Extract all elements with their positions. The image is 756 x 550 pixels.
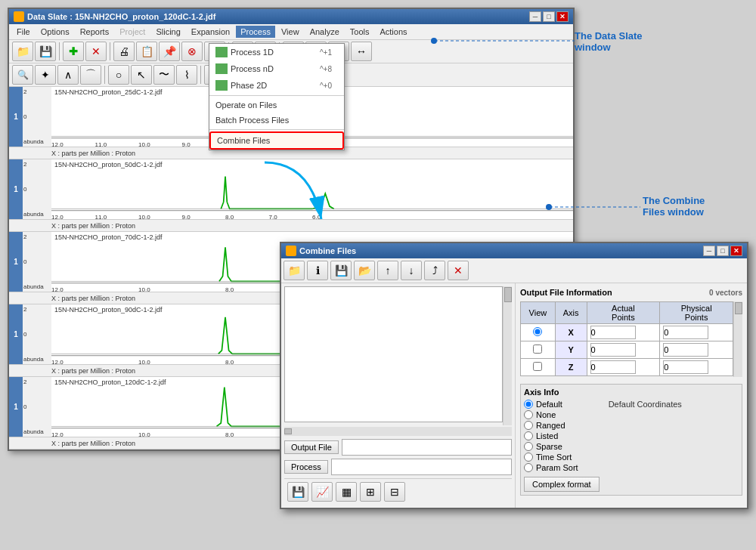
svg-text:9.0: 9.0 (182, 141, 191, 147)
process-1d-item[interactable]: Process 1D ^+1 (209, 44, 344, 60)
cf-delete-btn[interactable]: ✕ (448, 261, 469, 280)
combine-title: Combine Files (299, 246, 356, 255)
combine-window-icon (286, 246, 296, 256)
menu-project[interactable]: Project (115, 26, 150, 38)
check-y[interactable] (533, 345, 542, 354)
process-button[interactable]: Process (284, 460, 328, 474)
combine-minimize[interactable]: ─ (703, 246, 715, 256)
col-axis: Axis (555, 302, 587, 324)
menu-reports[interactable]: Reports (76, 26, 114, 38)
paste-button[interactable]: 📌 (159, 42, 180, 61)
radio-timesort[interactable] (524, 453, 533, 462)
data-slate-label: The Data Slatewindow (575, 30, 643, 53)
menu-tools[interactable]: Tools (345, 26, 374, 38)
cf-export-btn[interactable]: ⤴ (424, 261, 445, 280)
menu-slicing[interactable]: Slicing (151, 26, 184, 38)
peak2-button[interactable]: ⌒ (80, 65, 101, 85)
file-list-area[interactable] (284, 286, 503, 422)
axis-radio-group: Default None Ranged Listed (524, 400, 578, 472)
physical-y[interactable] (663, 343, 708, 357)
cf-up-btn[interactable]: ↑ (377, 261, 398, 280)
cursor-button[interactable]: ✦ (35, 65, 56, 85)
axis-info-section: Axis Info Default None Range (520, 384, 742, 496)
radio-none[interactable] (524, 410, 533, 419)
menu-process[interactable]: Process (236, 26, 275, 38)
menu-expansion[interactable]: Expansion (187, 26, 234, 38)
add-button[interactable]: ✚ (63, 42, 84, 61)
label-paramsort: Param Sort (536, 463, 578, 472)
cb-spectrum-btn[interactable]: 📈 (311, 482, 333, 502)
h-scrollbar[interactable] (284, 427, 512, 436)
file-list-scrollbar[interactable] (503, 286, 512, 425)
output-info-title: Output File Information (520, 288, 612, 297)
physical-x[interactable] (663, 326, 708, 339)
radio-sparse-row: Sparse (524, 442, 578, 451)
radio-default[interactable] (524, 400, 533, 409)
process-input[interactable] (331, 459, 512, 475)
minimize-button[interactable]: ─ (529, 11, 541, 22)
complex-format-button[interactable]: Complex format (524, 477, 600, 492)
output-file-button[interactable]: Output File (284, 440, 339, 454)
spectrum-filename-5: 15N-NH2CHO_proton_120dC-1-2.jdf (54, 379, 166, 386)
radio-x[interactable] (533, 327, 542, 336)
zoom-in-button[interactable]: 🔍 (12, 65, 33, 85)
maximize-button[interactable]: □ (543, 11, 555, 22)
svg-text:8.0: 8.0 (225, 359, 234, 364)
cancel-button[interactable]: ⊗ (181, 42, 203, 61)
cb-bars-btn[interactable]: ▦ (336, 482, 357, 502)
print-button[interactable]: 🖨 (113, 42, 135, 61)
cb-save-btn[interactable]: 💾 (287, 482, 308, 502)
check-z[interactable] (533, 362, 542, 371)
combine-bottom-toolbar: 💾 📈 ▦ ⊞ ⊟ (284, 478, 512, 505)
combine-maximize[interactable]: □ (717, 246, 729, 256)
menu-actions[interactable]: Actions (375, 26, 411, 38)
save-button[interactable]: 💾 (35, 42, 56, 61)
output-file-input[interactable] (342, 439, 512, 456)
open-button[interactable]: 📁 (12, 42, 33, 61)
cf-info-btn[interactable]: ℹ (307, 261, 328, 280)
cb-layout-btn[interactable]: ⊟ (384, 482, 405, 502)
cf-down-btn[interactable]: ↓ (401, 261, 422, 280)
actual-y[interactable] (590, 343, 636, 357)
menu-options[interactable]: Options (36, 26, 74, 38)
cf-disk-btn[interactable]: 💾 (330, 261, 352, 280)
spectrum-label-2: 1 (9, 159, 23, 219)
axis-info-content: Default None Ranged Listed (524, 400, 739, 472)
radio-none-row: None (524, 410, 578, 419)
menu-analyze[interactable]: Analyze (305, 26, 344, 38)
phase-2d-item[interactable]: Phase 2D ^+0 (209, 77, 344, 94)
physical-z[interactable] (663, 360, 708, 374)
cb-table-btn[interactable]: ⊞ (360, 482, 381, 502)
cf-open-btn[interactable]: 📁 (284, 261, 305, 280)
batch-process-item[interactable]: Batch Process Files (209, 113, 344, 128)
spectrum-label-1: 1 (9, 87, 23, 147)
menu-view[interactable]: View (277, 26, 304, 38)
resize-button[interactable]: ↔ (351, 42, 372, 61)
cf-folder2-btn[interactable]: 📂 (354, 261, 375, 280)
pointer-button[interactable]: ↖ (131, 65, 152, 85)
label-listed: Listed (536, 431, 558, 440)
copy-button[interactable]: 📋 (136, 42, 157, 61)
radio-listed[interactable] (524, 431, 533, 440)
circle-button[interactable]: ○ (108, 65, 129, 85)
label-default: Default (536, 400, 562, 409)
y-axis-3: 20abunda (23, 232, 51, 292)
table-scrollbar[interactable] (733, 301, 742, 377)
delete-button[interactable]: ✕ (85, 42, 107, 61)
file-list-container (284, 286, 512, 425)
operate-files-item[interactable]: Operate on Files (209, 97, 344, 113)
actual-x[interactable] (590, 326, 636, 339)
waveform-button[interactable]: ⌇ (176, 65, 197, 85)
wave-button[interactable]: 〜 (153, 65, 175, 85)
process-nd-item[interactable]: Process nD ^+8 (209, 60, 344, 77)
svg-text:11.0: 11.0 (95, 214, 107, 219)
radio-sparse[interactable] (524, 442, 533, 451)
radio-paramsort[interactable] (524, 463, 533, 472)
actual-z[interactable] (590, 360, 636, 374)
peak-button[interactable]: ∧ (57, 65, 79, 85)
combine-close[interactable]: ✕ (730, 246, 742, 256)
combine-files-item[interactable]: Combine Files (209, 131, 344, 150)
menu-file[interactable]: File (12, 26, 35, 38)
close-button[interactable]: ✕ (556, 11, 569, 22)
radio-ranged[interactable] (524, 421, 533, 430)
